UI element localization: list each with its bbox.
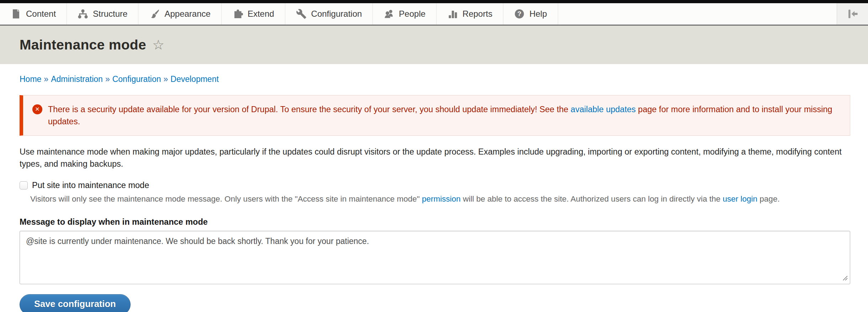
breadcrumb-separator: »	[44, 74, 48, 84]
window-top-strip	[0, 0, 868, 3]
toolbar-tab-people[interactable]: People	[373, 3, 436, 25]
maintenance-mode-checkbox-row: Put site into maintenance mode	[20, 181, 850, 190]
svg-text:?: ?	[517, 10, 521, 17]
breadcrumb-link-administration[interactable]: Administration	[51, 74, 103, 84]
collapse-left-icon	[847, 8, 859, 20]
toolbar-tab-label: Appearance	[164, 9, 210, 19]
toolbar-tab-label: Structure	[93, 9, 127, 19]
breadcrumb-link-home[interactable]: Home	[20, 74, 41, 84]
toolbar-tab-configuration[interactable]: Configuration	[285, 3, 373, 25]
save-configuration-button[interactable]: Save configuration	[20, 294, 131, 312]
maintenance-mode-checkbox-label[interactable]: Put site into maintenance mode	[32, 181, 149, 190]
textarea-resize-grippie[interactable]	[841, 274, 849, 282]
file-icon	[11, 9, 21, 19]
description-text-part: page.	[757, 194, 780, 203]
breadcrumb-link-development[interactable]: Development	[170, 74, 219, 84]
message-textarea-wrap: @site is currently under maintenance. We…	[20, 231, 850, 284]
admin-toolbar: Content Structure Appearance Extend Conf…	[0, 3, 868, 26]
toolbar-tab-help[interactable]: ? Help	[503, 3, 558, 25]
page-title: Maintenance mode	[20, 37, 146, 53]
puzzle-icon	[232, 9, 243, 19]
toolbar-tab-extend[interactable]: Extend	[222, 3, 285, 25]
description-text-part: will be able to access the site. Authori…	[461, 194, 723, 203]
permission-link[interactable]: permission	[422, 194, 461, 203]
page-header: Maintenance mode ☆	[0, 26, 868, 64]
barchart-icon	[447, 9, 458, 19]
maintenance-mode-checkbox[interactable]	[20, 181, 28, 189]
error-x-icon: ✕	[32, 104, 42, 114]
help-icon: ?	[514, 9, 525, 19]
toolbar-tab-structure[interactable]: Structure	[67, 3, 138, 25]
main-content: Home»Administration»Configuration»Develo…	[0, 74, 868, 312]
sitemap-icon	[78, 9, 88, 19]
toolbar-tab-content[interactable]: Content	[0, 3, 67, 25]
user-login-link[interactable]: user login	[723, 194, 758, 203]
paintbrush-icon	[149, 9, 160, 19]
toolbar-tab-label: People	[399, 9, 425, 19]
maintenance-message-textarea[interactable]: @site is currently under maintenance. We…	[20, 231, 850, 284]
favorite-star-icon[interactable]: ☆	[152, 38, 164, 52]
toolbar-spacer	[558, 3, 837, 25]
toolbar-tab-label: Configuration	[311, 9, 362, 19]
maintenance-mode-intro-text: Use maintenance mode when making major u…	[20, 146, 850, 170]
toolbar-tab-appearance[interactable]: Appearance	[138, 3, 221, 25]
available-updates-link[interactable]: available updates	[571, 105, 636, 114]
toolbar-collapse-button[interactable]	[837, 3, 868, 25]
breadcrumb-link-configuration[interactable]: Configuration	[112, 74, 161, 84]
toolbar-tab-reports[interactable]: Reports	[436, 3, 503, 25]
wrench-icon	[296, 9, 307, 19]
description-text-part: Visitors will only see the maintenance m…	[30, 194, 422, 203]
resize-handle-icon	[841, 274, 849, 282]
breadcrumb-separator: »	[164, 74, 168, 84]
breadcrumb: Home»Administration»Configuration»Develo…	[20, 74, 850, 84]
toolbar-tab-label: Content	[26, 9, 56, 19]
toolbar-tab-label: Reports	[462, 9, 492, 19]
toolbar-tab-label: Help	[529, 9, 547, 19]
message-field-label: Message to display when in maintenance m…	[20, 217, 850, 227]
error-message-text: There is a security update available for…	[48, 103, 841, 128]
toolbar-tab-label: Extend	[248, 9, 274, 19]
people-icon	[383, 9, 394, 19]
breadcrumb-separator: »	[105, 74, 110, 84]
error-text-part: There is a security update available for…	[48, 105, 571, 114]
maintenance-mode-description: Visitors will only see the maintenance m…	[30, 193, 850, 204]
security-update-error-message: ✕ There is a security update available f…	[20, 95, 850, 136]
